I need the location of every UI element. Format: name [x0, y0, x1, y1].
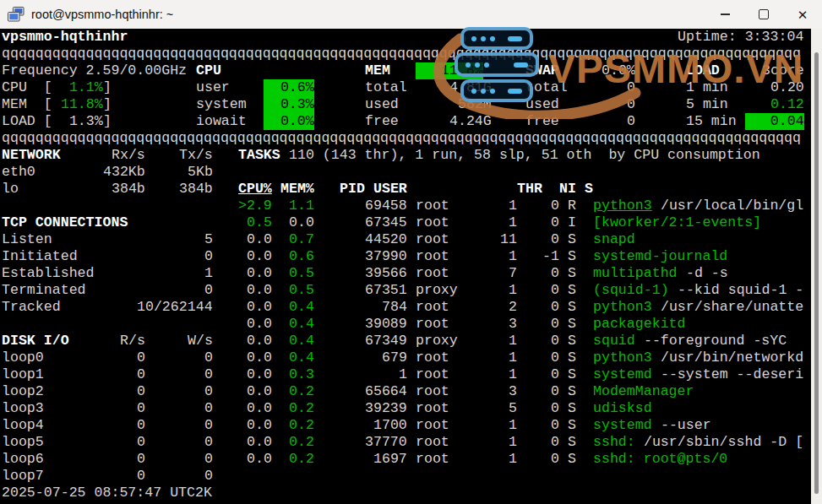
terminal-text: Terminated: [2, 282, 86, 299]
terminal-text: packagekitd: [593, 316, 686, 333]
terminal-text: 1: [509, 451, 517, 468]
terminal-text: W/s: [188, 333, 213, 350]
terminal-row: qqqqqqqqqqqqqqqqqqqqqqqqqqqqqqqqqqqqqqqq…: [0, 130, 811, 147]
maximize-button[interactable]: [744, 0, 783, 29]
terminal-text: 1: [509, 333, 517, 350]
terminal-text: 0.5: [289, 282, 314, 299]
terminal-text: 0: [137, 451, 145, 468]
terminal-text: NI: [559, 181, 576, 198]
terminal-text: 11: [500, 231, 517, 248]
terminal-text: 0: [204, 366, 213, 383]
terminal-row: loop700: [0, 468, 811, 485]
terminal-text: 0: [551, 282, 559, 299]
terminal-text: 0: [137, 417, 145, 434]
terminal-text: S: [568, 451, 576, 468]
terminal-text: total: [365, 79, 407, 96]
terminal-text: 15 min: [686, 113, 737, 130]
terminal-row: loop3000.00.239239root50Sudisksd: [0, 400, 811, 417]
minimize-button[interactable]: [705, 0, 744, 29]
terminal-text: root: [416, 434, 449, 451]
terminal-text: 0: [627, 113, 635, 130]
terminal-text: 0.3%: [264, 96, 314, 113]
close-button[interactable]: ✕: [783, 0, 822, 29]
terminal-text: CPU: [196, 62, 221, 79]
terminal-text: --foreground -sYC: [635, 333, 787, 350]
terminal-text: S: [568, 316, 576, 333]
terminal-text: 432Kb: [103, 164, 145, 181]
terminal-text: R/s: [120, 333, 145, 350]
terminal-text: systemd-journald: [593, 248, 727, 265]
terminal-text: 0: [551, 333, 559, 350]
terminal-text: 0: [551, 316, 559, 333]
terminal-text: loop3: [2, 400, 44, 417]
terminal-text: 0.0: [247, 333, 272, 350]
terminal-text: 3core: [762, 62, 804, 79]
terminal-text: --system --deseri: [652, 366, 803, 383]
terminal-text: 0.0: [247, 434, 272, 451]
terminal-text: lo: [2, 181, 19, 198]
terminal-text: [kworker/2:1-events]: [593, 214, 761, 231]
terminal-text: root: [416, 248, 449, 265]
terminal-text: 37770: [365, 434, 407, 451]
terminal-row: loop6000.00.21697root10Ssshd: root@pts/0: [0, 451, 811, 468]
putty-app-icon: [8, 7, 24, 22]
terminal-screen[interactable]: vpsmmo-hqthinhrUptime: 3:33:04qqqqqqqqqq…: [0, 29, 811, 504]
terminal-text: 0: [551, 400, 559, 417]
terminal-text: 0.0: [247, 350, 272, 366]
terminal-row: TCP CONNECTIONS0.50.067345root10I[kworke…: [0, 214, 811, 231]
terminal-text: 0: [137, 468, 145, 485]
terminal-text: vpsmmo-hqthinhr: [2, 29, 128, 46]
terminal-text: PID: [340, 181, 365, 198]
terminal-text: SWAP: [525, 62, 559, 79]
terminal-text: 0: [204, 400, 213, 417]
scrollbar-thumb[interactable]: [814, 52, 819, 494]
terminal-text: 0.3: [289, 366, 314, 383]
terminal-text: ]: [103, 96, 112, 113]
terminal-text: 67349: [365, 333, 407, 350]
terminal-text: sshd:: [593, 434, 635, 451]
terminal-text: ]: [103, 79, 112, 96]
terminal-text: root: [416, 350, 449, 366]
terminal-text: S: [568, 333, 576, 350]
terminal-text: 0.0: [247, 282, 272, 299]
scrollbar-track[interactable]: [811, 29, 822, 504]
terminal-text: 0.4: [289, 333, 314, 350]
terminal-text: root: [416, 417, 449, 434]
terminal-text: TASKS: [238, 147, 280, 164]
terminal-text: 1: [509, 214, 517, 231]
terminal-text: 11.8%: [416, 62, 483, 79]
title-bar: root@vpsmmo-hqthinhr: ~ ✕: [0, 0, 822, 29]
terminal-text: (squid-1): [593, 282, 669, 299]
terminal-text: 0: [204, 417, 213, 434]
terminal-row: lo384b384bCPU%MEM%PIDUSERTHRNIS: [0, 181, 811, 198]
terminal-text: 69458: [365, 198, 407, 214]
terminal-text: DISK I/O: [2, 333, 69, 350]
terminal-text: 0.0: [247, 417, 272, 434]
terminal-text: 0.0: [247, 383, 272, 400]
terminal-text: proxy: [416, 282, 458, 299]
terminal-text: S: [568, 366, 576, 383]
terminal-text: 0.0: [247, 366, 272, 383]
terminal-text: user: [196, 79, 230, 96]
terminal-text: --user: [652, 417, 711, 434]
terminal-text: 0: [627, 79, 635, 96]
terminal-text: 0: [551, 366, 559, 383]
terminal-row: Tracked10/2621440.00.4784root20Spython3 …: [0, 299, 811, 316]
terminal-text: 0.0: [247, 299, 272, 316]
terminal-text: 1: [509, 417, 517, 434]
terminal-text: /usr/local/bin/gl: [652, 198, 803, 214]
terminal-text: root: [416, 299, 449, 316]
terminal-text: >2.9: [238, 198, 272, 214]
terminal-text: root: [416, 383, 449, 400]
terminal-text: S: [568, 383, 576, 400]
terminal-text: 10/262144: [137, 299, 213, 316]
terminal-text: Established: [2, 265, 95, 282]
terminal-text: 0.4: [289, 350, 314, 366]
terminal-text: python3: [593, 350, 652, 366]
terminal-row: Frequency 2.59/0.00GHzCPUMEM 11.8%SWAP0.…: [0, 62, 811, 79]
terminal-text: root: [416, 366, 449, 383]
terminal-text: S: [568, 231, 576, 248]
terminal-text: 5Kb: [188, 164, 213, 181]
terminal-text: 0.7: [289, 231, 314, 248]
terminal-text: 3: [509, 383, 517, 400]
